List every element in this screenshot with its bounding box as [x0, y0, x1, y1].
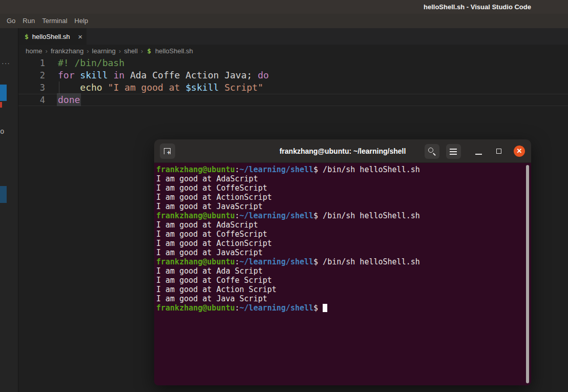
close-icon: ✕: [514, 146, 525, 157]
chevron-right-icon: ›: [139, 47, 145, 55]
terminal-row: frankzhang@ubuntu:~/learning/shell$ /bin…: [156, 165, 524, 174]
darkblue-fragment: [0, 186, 7, 203]
search-icon-handle: [433, 153, 435, 155]
overflow-dots-icon: ···: [2, 59, 10, 67]
menu-item-go[interactable]: Go: [3, 14, 19, 28]
line-number: 2: [18, 69, 45, 81]
menu-bar: GoRunTerminalHelp: [0, 14, 568, 28]
terminal-window: + frankzhang@ubuntu: ~/learning/shell ✕: [154, 139, 531, 385]
terminal-row: I am good at AdaScript: [156, 174, 524, 183]
terminal-row: frankzhang@ubuntu:~/learning/shell$: [156, 303, 524, 313]
red-fragment: [0, 102, 2, 108]
line-number: 1: [18, 57, 45, 69]
terminal-row: I am good at JavaScript: [156, 248, 524, 257]
tab-helloshell[interactable]: $ helloShell.sh ×: [18, 28, 87, 45]
terminal-cursor: [323, 304, 327, 312]
menu-button[interactable]: [446, 144, 461, 159]
shell-file-icon: $: [25, 33, 29, 40]
maximize-icon: [496, 149, 501, 154]
terminal-body[interactable]: frankzhang@ubuntu:~/learning/shell$ /bin…: [154, 163, 531, 385]
shell-file-icon: $: [147, 47, 151, 55]
editor-line-1[interactable]: 1#! /bin/bash: [18, 57, 568, 69]
left-edge-strip: ··· o: [0, 28, 18, 392]
terminal-row: I am good at CoffeScript: [156, 183, 524, 193]
breadcrumb-item-file[interactable]: helloShell.sh: [154, 47, 194, 55]
chevron-right-icon: ›: [44, 47, 50, 55]
hamburger-icon-line: [450, 154, 457, 155]
chevron-right-icon: ›: [85, 47, 91, 55]
breadcrumb-item-frankzhang[interactable]: frankzhang: [50, 47, 85, 55]
line-number: 4: [18, 94, 45, 106]
hamburger-icon: [450, 149, 457, 150]
breadcrumb-item-shell[interactable]: shell: [123, 47, 139, 55]
terminal-row: I am good at Java Script: [156, 294, 524, 303]
menu-item-terminal[interactable]: Terminal: [38, 14, 71, 28]
menu-item-help[interactable]: Help: [71, 14, 92, 28]
screen: helloShell.sh - Visual Studio Code GoRun…: [0, 0, 568, 392]
code-text: done: [58, 94, 80, 106]
terminal-row: I am good at AdaScript: [156, 220, 524, 230]
vscode-title-bar: helloShell.sh - Visual Studio Code: [0, 0, 568, 14]
code-text: echo "I am good at $skill Script": [58, 81, 263, 94]
editor-line-2[interactable]: 2for skill in Ada Coffe Action Java; do: [18, 69, 568, 81]
search-button[interactable]: [425, 144, 439, 159]
hamburger-icon-line: [450, 151, 457, 152]
minimize-icon: [475, 154, 482, 155]
terminal-row: I am good at ActionScript: [156, 239, 524, 248]
terminal-row: I am good at Ada Script: [156, 266, 524, 276]
terminal-row: I am good at JavaScript: [156, 202, 524, 211]
terminal-row: I am good at Action Script: [156, 285, 524, 294]
close-button[interactable]: ✕: [514, 146, 525, 157]
blue-fragment: [0, 85, 7, 101]
maximize-button[interactable]: [493, 143, 504, 159]
breadcrumb: home›frankzhang›learning›shell›$helloShe…: [18, 45, 568, 57]
editor[interactable]: 1#! /bin/bash2for skill in Ada Coffe Act…: [18, 57, 568, 106]
terminal-header[interactable]: + frankzhang@ubuntu: ~/learning/shell ✕: [154, 139, 531, 163]
terminal-scrollbar[interactable]: [526, 165, 529, 383]
terminal-row: frankzhang@ubuntu:~/learning/shell$ /bin…: [156, 257, 524, 266]
tab-close-icon[interactable]: ×: [78, 33, 82, 40]
terminal-row: I am good at CoffeScript: [156, 230, 524, 239]
tab-label: helloShell.sh: [32, 33, 75, 40]
breadcrumb-item-home[interactable]: home: [25, 47, 44, 55]
terminal-row: I am good at Coffe Script: [156, 276, 524, 285]
editor-line-3[interactable]: 3 echo "I am good at $skill Script": [18, 81, 568, 94]
chevron-right-icon: ›: [117, 47, 123, 55]
editor-line-4[interactable]: 4done: [18, 94, 568, 106]
search-icon: [428, 148, 433, 153]
window-title: helloShell.sh - Visual Studio Code: [424, 0, 531, 14]
minimize-button[interactable]: [473, 143, 485, 159]
indent-guide: [59, 81, 59, 94]
terminal-row: frankzhang@ubuntu:~/learning/shell$ /bin…: [156, 211, 524, 220]
breadcrumb-item-learning[interactable]: learning: [91, 47, 117, 55]
code-text: for skill in Ada Coffe Action Java; do: [58, 69, 269, 81]
code-text: #! /bin/bash: [58, 57, 124, 69]
text-fragment: o: [0, 127, 4, 135]
tab-strip: $ helloShell.sh ×: [18, 28, 568, 45]
menu-item-run[interactable]: Run: [19, 14, 38, 28]
terminal-row: I am good at ActionScript: [156, 193, 524, 202]
line-number: 3: [18, 81, 45, 94]
